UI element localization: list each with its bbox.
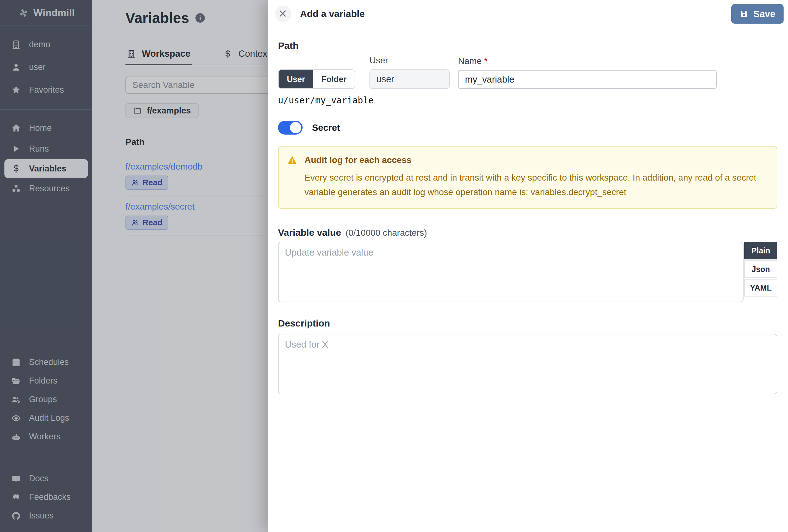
owner-kind-segmented: User Folder xyxy=(278,69,355,89)
value-section-heading: Variable value xyxy=(278,227,341,238)
secret-toggle-label: Secret xyxy=(312,123,340,133)
name-field[interactable] xyxy=(458,70,717,89)
audit-warning-box: Audit log for each access Every secret i… xyxy=(278,146,777,209)
app-window: Windmill demo user Favorites Home xyxy=(0,0,788,532)
warning-triangle-icon xyxy=(287,155,298,165)
close-button[interactable] xyxy=(275,6,291,22)
full-path-preview: u/user/my_variable xyxy=(278,95,777,105)
drawer-title: Add a variable xyxy=(300,8,723,19)
save-button[interactable]: Save xyxy=(731,4,784,24)
toggle-knob xyxy=(290,122,301,133)
owner-field[interactable] xyxy=(369,69,450,89)
description-section-heading: Description xyxy=(278,318,777,329)
segment-user[interactable]: User xyxy=(279,70,313,88)
drawer-header: Add a variable Save xyxy=(268,0,788,28)
add-variable-drawer: Add a variable Save Path User Folder Use… xyxy=(268,0,788,532)
warning-body: Every secret is encrypted at rest and in… xyxy=(304,171,771,199)
save-button-label: Save xyxy=(753,8,775,19)
format-tab-json[interactable]: Json xyxy=(744,260,777,278)
value-char-counter: (0/10000 characters) xyxy=(346,228,427,238)
segment-folder[interactable]: Folder xyxy=(313,70,355,88)
path-section-heading: Path xyxy=(278,40,777,51)
name-field-label: Name * xyxy=(458,56,717,66)
close-icon xyxy=(278,9,288,19)
save-icon xyxy=(740,9,749,19)
description-textarea[interactable] xyxy=(278,334,777,394)
owner-field-label: User xyxy=(369,56,450,65)
warning-title: Audit log for each access xyxy=(304,155,411,165)
format-tab-plain[interactable]: Plain xyxy=(744,242,777,259)
required-asterisk: * xyxy=(484,56,488,66)
variable-value-textarea[interactable] xyxy=(278,242,744,302)
format-tab-yaml[interactable]: YAML xyxy=(744,279,777,297)
secret-toggle[interactable] xyxy=(278,121,302,135)
drawer-backdrop[interactable] xyxy=(0,0,268,532)
format-tab-group: Plain Json YAML xyxy=(744,242,777,297)
